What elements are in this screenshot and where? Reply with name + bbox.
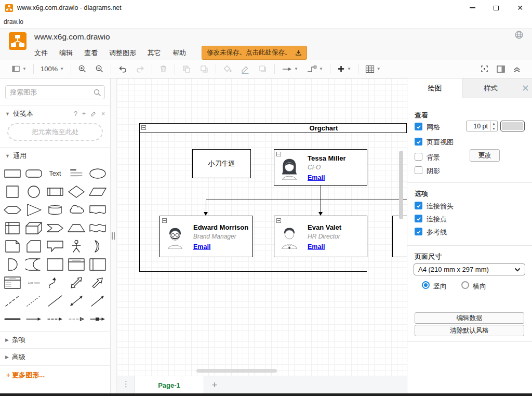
shape-cloud[interactable] (65, 203, 87, 217)
close-button[interactable]: ✕ (508, 0, 532, 16)
shape-card[interactable] (23, 239, 45, 253)
shape-list-item[interactable]: List Item (23, 275, 45, 289)
drawing-canvas[interactable]: Orgchart 小刀牛逼 (117, 78, 407, 376)
email-link[interactable]: Email (308, 243, 325, 250)
shape-arrow[interactable] (87, 275, 108, 289)
shape-connector-with-symbol[interactable] (87, 312, 108, 326)
document-title[interactable]: www.x6g.com.drawio (34, 32, 110, 42)
stepper-down-icon[interactable]: ▼ (490, 126, 497, 131)
org-node-brand-manager[interactable]: Edward Morrison Brand Manager Email (159, 216, 253, 257)
collapse-toggle-icon[interactable] (276, 152, 281, 156)
shape-textbox[interactable] (65, 166, 87, 180)
shape-step[interactable] (45, 221, 66, 235)
page-tab[interactable]: Page-1 (134, 376, 204, 394)
shape-internal-storage[interactable] (2, 221, 23, 235)
shape-curve[interactable] (45, 275, 66, 289)
connector-line[interactable] (321, 186, 321, 200)
format-panel-toggle-button[interactable] (493, 65, 509, 73)
shape-triangle[interactable] (23, 203, 45, 217)
insert-button[interactable]: ▼ (333, 60, 355, 78)
shape-actor[interactable] (65, 239, 87, 253)
shadow-button[interactable] (254, 60, 272, 78)
grid-size-input[interactable] (466, 121, 490, 131)
language-globe-icon[interactable] (514, 30, 524, 42)
app-menu-drawio[interactable]: draw.io (4, 18, 23, 25)
scratchpad-section-header[interactable]: ▼ 便笺本 ? + × (0, 105, 110, 122)
menu-arrange[interactable]: 调整图形 (109, 48, 136, 58)
search-icon[interactable] (93, 88, 101, 99)
shape-data-storage[interactable] (23, 257, 45, 271)
org-node-partial[interactable] (392, 216, 407, 257)
pages-menu-icon[interactable]: ⋮ (122, 379, 130, 389)
undo-button[interactable] (114, 60, 131, 78)
table-button[interactable]: ▼ (361, 60, 385, 78)
canvas-vertical-scrollbar[interactable] (399, 151, 403, 219)
zoom-level-select[interactable]: 100% ▼ (36, 60, 68, 78)
shape-trapezoid[interactable] (65, 221, 87, 235)
shape-horizontal-container[interactable] (87, 257, 108, 271)
page-view-checkbox[interactable] (415, 138, 422, 146)
shape-or[interactable] (87, 239, 108, 253)
guides-checkbox[interactable] (415, 228, 422, 235)
tab-diagram[interactable]: 绘图 (407, 78, 463, 98)
shape-line[interactable] (45, 294, 66, 308)
connection-button[interactable]: ▼ (277, 60, 302, 78)
menu-file[interactable]: 文件 (34, 48, 48, 58)
shape-link[interactable] (2, 312, 23, 326)
shape-parallelogram[interactable] (87, 184, 108, 199)
scratchpad-close-icon[interactable]: × (101, 110, 105, 117)
shape-text[interactable]: Text (45, 166, 66, 180)
shape-arrow-link[interactable] (23, 312, 45, 326)
grid-color-swatch[interactable] (500, 121, 525, 131)
more-shapes-button[interactable]: + 更多图形... (0, 366, 110, 385)
delete-button[interactable] (155, 60, 172, 78)
edit-data-button[interactable]: 编辑数据 (415, 312, 524, 324)
stepper-up-icon[interactable]: ▲ (490, 121, 497, 126)
scratchpad-edit-icon[interactable] (90, 111, 97, 117)
change-background-button[interactable]: 更改 (470, 149, 500, 162)
shape-list[interactable] (2, 275, 23, 289)
format-panel-close-button[interactable] (518, 78, 532, 98)
unsaved-changes-banner[interactable]: 修改未保存。点击此处保存。 (202, 46, 307, 60)
shape-rectangle[interactable] (2, 166, 23, 180)
shape-callout[interactable] (45, 239, 66, 253)
portrait-radio[interactable] (422, 281, 430, 289)
shape-hexagon[interactable] (2, 203, 23, 217)
shape-and[interactable] (2, 257, 23, 271)
search-input[interactable] (6, 86, 104, 99)
menu-extras[interactable]: 其它 (148, 48, 161, 58)
org-node-hr-director[interactable]: Evan Valet HR Director Email (274, 216, 367, 257)
scratchpad-dropzone[interactable]: 把元素拖至此处 (7, 123, 103, 141)
zoom-out-button[interactable] (91, 60, 108, 78)
orgchart-container-titlebar[interactable]: Orgchart (139, 123, 407, 133)
shape-cylinder[interactable] (45, 203, 66, 217)
menu-edit[interactable]: 编辑 (59, 48, 73, 58)
shape-directional-connector[interactable] (87, 294, 108, 308)
line-color-button[interactable] (236, 60, 254, 78)
menu-help[interactable]: 帮助 (172, 48, 186, 58)
shape-note[interactable] (2, 239, 23, 253)
email-link[interactable]: Email (193, 243, 210, 250)
grid-checkbox[interactable] (415, 123, 422, 130)
shape-process[interactable] (45, 184, 66, 199)
shape-diamond[interactable] (65, 184, 87, 199)
shape-cube[interactable] (23, 221, 45, 235)
shape-dotted-line[interactable] (23, 294, 45, 308)
connector-line[interactable] (206, 200, 407, 200)
shape-square[interactable] (2, 184, 23, 199)
connection-points-checkbox[interactable] (415, 215, 422, 222)
shape-dashed-link[interactable] (65, 312, 87, 326)
shape-bidirectional-arrow[interactable] (65, 275, 87, 289)
shape-bidirectional-connector[interactable] (65, 294, 87, 308)
scratchpad-add-icon[interactable]: + (82, 110, 86, 117)
tab-style[interactable]: 样式 (463, 78, 518, 98)
email-link[interactable]: Email (308, 174, 325, 181)
shape-document[interactable] (87, 203, 108, 217)
sidebar-resize-handle[interactable] (111, 78, 117, 393)
maximize-button[interactable] (484, 0, 508, 16)
general-section-header[interactable]: ▼ 通用 (0, 148, 110, 164)
shape-vertical-container[interactable] (65, 257, 87, 271)
shape-tape[interactable] (87, 221, 108, 235)
menu-view[interactable]: 查看 (84, 48, 98, 58)
shape-container[interactable] (45, 257, 66, 271)
